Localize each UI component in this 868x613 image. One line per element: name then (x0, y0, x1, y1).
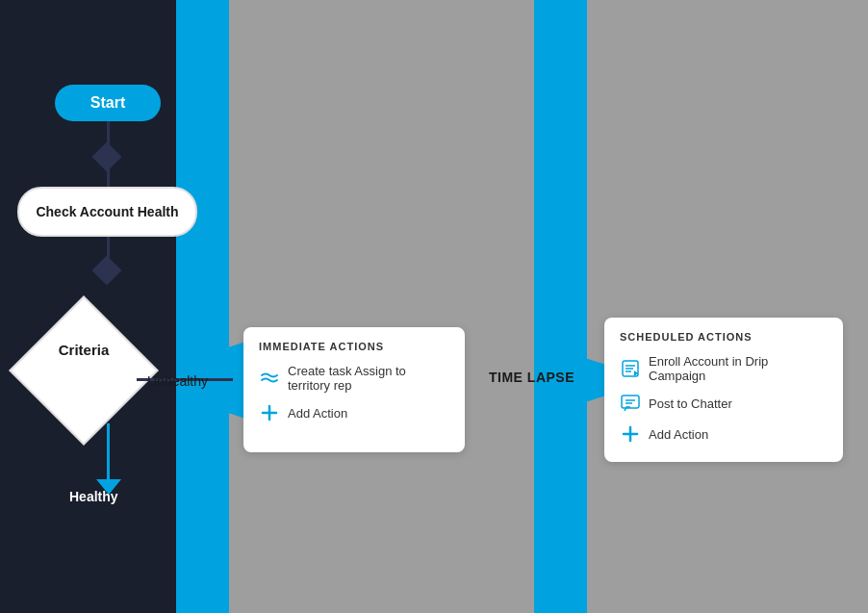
scheduled-action-2-text: Post to Chatter (649, 396, 732, 411)
scheduled-actions-box: SCHEDULED ACTIONS Enroll Account in Drip… (604, 318, 843, 462)
scheduled-add-action[interactable]: Add Action (620, 423, 828, 445)
check-account-health-node[interactable]: Check Account Health (17, 187, 197, 237)
scheduled-actions-title: SCHEDULED ACTIONS (620, 331, 828, 343)
check-account-label: Check Account Health (36, 203, 178, 220)
immediate-add-action[interactable]: Add Action (259, 402, 449, 423)
immediate-actions-box: IMMEDIATE ACTIONS Create task Assign to … (243, 327, 465, 452)
svg-rect-7 (622, 396, 639, 408)
canvas: Start Check Account Health Criteria Unhe… (0, 0, 868, 613)
healthy-label: Healthy (69, 489, 118, 504)
add-icon-scheduled (620, 423, 641, 445)
chatter-icon (620, 393, 641, 414)
enroll-icon (620, 358, 641, 379)
start-node: Start (55, 85, 161, 121)
scheduled-add-action-text: Add Action (649, 427, 708, 442)
task-icon (259, 368, 280, 389)
scheduled-action-1-text: Enroll Account in Drip Campaign (649, 354, 828, 383)
scheduled-action-item-1[interactable]: Enroll Account in Drip Campaign (620, 354, 828, 383)
blue-stripe-left (176, 0, 229, 613)
immediate-action-item-1[interactable]: Create task Assign to territory rep (259, 364, 449, 393)
time-lapse-label: TIME LAPSE (489, 370, 574, 385)
scheduled-action-item-2[interactable]: Post to Chatter (620, 393, 828, 414)
immediate-add-action-text: Add Action (288, 406, 347, 421)
connector-to-check-account (107, 167, 110, 187)
criteria-label[interactable]: Criteria (31, 342, 137, 358)
blue-stripe-center (534, 0, 587, 613)
immediate-actions-title: IMMEDIATE ACTIONS (259, 341, 449, 352)
unhealthy-label: Unhealthy (147, 373, 208, 389)
immediate-action-1-text: Create task Assign to territory rep (288, 364, 449, 393)
connector-healthy-down (107, 423, 110, 481)
right-section (587, 0, 868, 613)
start-label: Start (90, 94, 125, 112)
add-icon-immediate (259, 402, 280, 423)
mid-section (229, 0, 537, 613)
